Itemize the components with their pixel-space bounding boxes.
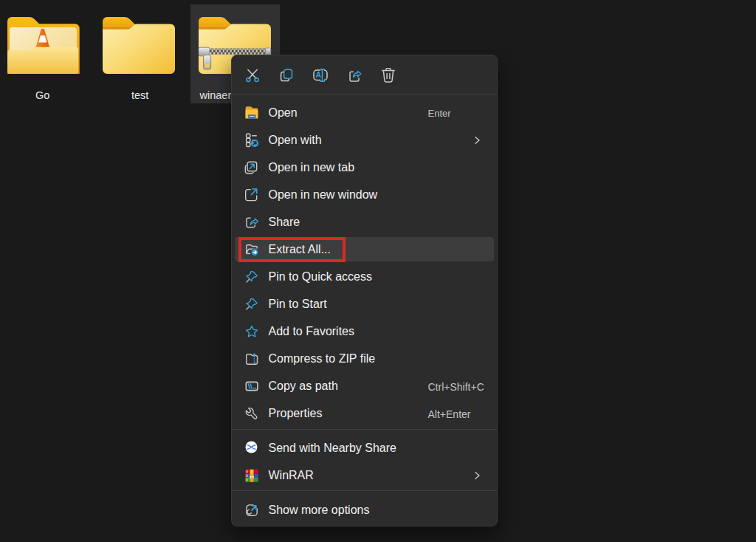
svg-text:A: A (315, 70, 321, 79)
